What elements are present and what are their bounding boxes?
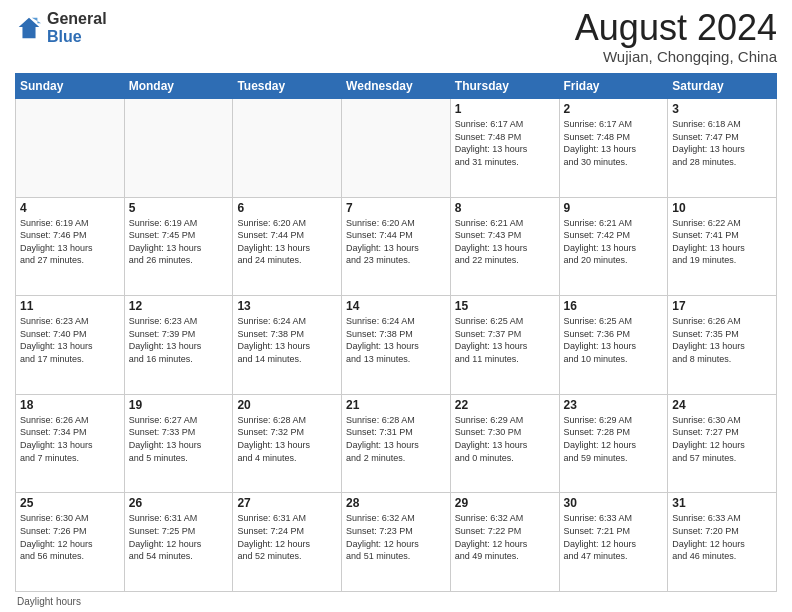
day-number: 31 (672, 496, 772, 510)
weekday-cell: Tuesday (233, 74, 342, 99)
calendar-cell: 2Sunrise: 6:17 AM Sunset: 7:48 PM Daylig… (559, 99, 668, 198)
day-info: Sunrise: 6:24 AM Sunset: 7:38 PM Dayligh… (346, 315, 446, 365)
day-number: 20 (237, 398, 337, 412)
day-info: Sunrise: 6:23 AM Sunset: 7:40 PM Dayligh… (20, 315, 120, 365)
daylight-label: Daylight hours (17, 596, 81, 607)
calendar-cell: 27Sunrise: 6:31 AM Sunset: 7:24 PM Dayli… (233, 493, 342, 592)
calendar-cell: 18Sunrise: 6:26 AM Sunset: 7:34 PM Dayli… (16, 394, 125, 493)
day-number: 13 (237, 299, 337, 313)
day-number: 27 (237, 496, 337, 510)
day-info: Sunrise: 6:17 AM Sunset: 7:48 PM Dayligh… (564, 118, 664, 168)
calendar-cell (16, 99, 125, 198)
calendar-cell: 11Sunrise: 6:23 AM Sunset: 7:40 PM Dayli… (16, 296, 125, 395)
header: General Blue August 2024 Wujian, Chongqi… (15, 10, 777, 65)
calendar-week-row: 11Sunrise: 6:23 AM Sunset: 7:40 PM Dayli… (16, 296, 777, 395)
logo: General Blue (15, 10, 107, 45)
day-info: Sunrise: 6:19 AM Sunset: 7:46 PM Dayligh… (20, 217, 120, 267)
day-info: Sunrise: 6:30 AM Sunset: 7:26 PM Dayligh… (20, 512, 120, 562)
weekday-cell: Thursday (450, 74, 559, 99)
day-number: 26 (129, 496, 229, 510)
calendar-cell: 16Sunrise: 6:25 AM Sunset: 7:36 PM Dayli… (559, 296, 668, 395)
day-number: 25 (20, 496, 120, 510)
day-number: 6 (237, 201, 337, 215)
calendar-cell: 25Sunrise: 6:30 AM Sunset: 7:26 PM Dayli… (16, 493, 125, 592)
day-number: 10 (672, 201, 772, 215)
calendar-cell: 26Sunrise: 6:31 AM Sunset: 7:25 PM Dayli… (124, 493, 233, 592)
day-number: 7 (346, 201, 446, 215)
calendar-week-row: 25Sunrise: 6:30 AM Sunset: 7:26 PM Dayli… (16, 493, 777, 592)
calendar-cell (342, 99, 451, 198)
calendar-cell: 13Sunrise: 6:24 AM Sunset: 7:38 PM Dayli… (233, 296, 342, 395)
day-info: Sunrise: 6:33 AM Sunset: 7:21 PM Dayligh… (564, 512, 664, 562)
day-number: 22 (455, 398, 555, 412)
logo-icon (15, 14, 43, 42)
location: Wujian, Chongqing, China (575, 48, 777, 65)
day-info: Sunrise: 6:18 AM Sunset: 7:47 PM Dayligh… (672, 118, 772, 168)
day-info: Sunrise: 6:20 AM Sunset: 7:44 PM Dayligh… (346, 217, 446, 267)
day-number: 23 (564, 398, 664, 412)
day-info: Sunrise: 6:29 AM Sunset: 7:30 PM Dayligh… (455, 414, 555, 464)
day-number: 8 (455, 201, 555, 215)
day-number: 9 (564, 201, 664, 215)
calendar-cell: 1Sunrise: 6:17 AM Sunset: 7:48 PM Daylig… (450, 99, 559, 198)
calendar-cell: 21Sunrise: 6:28 AM Sunset: 7:31 PM Dayli… (342, 394, 451, 493)
day-number: 28 (346, 496, 446, 510)
day-number: 11 (20, 299, 120, 313)
weekday-cell: Saturday (668, 74, 777, 99)
logo-text: General Blue (47, 10, 107, 45)
day-number: 19 (129, 398, 229, 412)
calendar-cell: 8Sunrise: 6:21 AM Sunset: 7:43 PM Daylig… (450, 197, 559, 296)
month-year: August 2024 (575, 10, 777, 46)
day-info: Sunrise: 6:25 AM Sunset: 7:37 PM Dayligh… (455, 315, 555, 365)
calendar-cell (233, 99, 342, 198)
day-info: Sunrise: 6:21 AM Sunset: 7:42 PM Dayligh… (564, 217, 664, 267)
day-number: 1 (455, 102, 555, 116)
day-number: 12 (129, 299, 229, 313)
day-info: Sunrise: 6:25 AM Sunset: 7:36 PM Dayligh… (564, 315, 664, 365)
calendar-week-row: 1Sunrise: 6:17 AM Sunset: 7:48 PM Daylig… (16, 99, 777, 198)
day-info: Sunrise: 6:19 AM Sunset: 7:45 PM Dayligh… (129, 217, 229, 267)
day-info: Sunrise: 6:30 AM Sunset: 7:27 PM Dayligh… (672, 414, 772, 464)
day-info: Sunrise: 6:20 AM Sunset: 7:44 PM Dayligh… (237, 217, 337, 267)
calendar-week-row: 18Sunrise: 6:26 AM Sunset: 7:34 PM Dayli… (16, 394, 777, 493)
day-info: Sunrise: 6:28 AM Sunset: 7:32 PM Dayligh… (237, 414, 337, 464)
logo-blue: Blue (47, 28, 107, 46)
title-block: August 2024 Wujian, Chongqing, China (575, 10, 777, 65)
weekday-cell: Wednesday (342, 74, 451, 99)
day-number: 30 (564, 496, 664, 510)
day-number: 29 (455, 496, 555, 510)
day-number: 5 (129, 201, 229, 215)
day-info: Sunrise: 6:31 AM Sunset: 7:25 PM Dayligh… (129, 512, 229, 562)
day-number: 14 (346, 299, 446, 313)
calendar-cell: 14Sunrise: 6:24 AM Sunset: 7:38 PM Dayli… (342, 296, 451, 395)
calendar-cell: 19Sunrise: 6:27 AM Sunset: 7:33 PM Dayli… (124, 394, 233, 493)
day-number: 3 (672, 102, 772, 116)
page: General Blue August 2024 Wujian, Chongqi… (0, 0, 792, 612)
day-number: 15 (455, 299, 555, 313)
calendar-body: 1Sunrise: 6:17 AM Sunset: 7:48 PM Daylig… (16, 99, 777, 592)
calendar-week-row: 4Sunrise: 6:19 AM Sunset: 7:46 PM Daylig… (16, 197, 777, 296)
calendar-table: SundayMondayTuesdayWednesdayThursdayFrid… (15, 73, 777, 592)
day-number: 18 (20, 398, 120, 412)
calendar-cell: 20Sunrise: 6:28 AM Sunset: 7:32 PM Dayli… (233, 394, 342, 493)
day-info: Sunrise: 6:23 AM Sunset: 7:39 PM Dayligh… (129, 315, 229, 365)
day-info: Sunrise: 6:33 AM Sunset: 7:20 PM Dayligh… (672, 512, 772, 562)
calendar-cell: 15Sunrise: 6:25 AM Sunset: 7:37 PM Dayli… (450, 296, 559, 395)
day-number: 17 (672, 299, 772, 313)
calendar-cell: 10Sunrise: 6:22 AM Sunset: 7:41 PM Dayli… (668, 197, 777, 296)
calendar-cell: 23Sunrise: 6:29 AM Sunset: 7:28 PM Dayli… (559, 394, 668, 493)
weekday-cell: Friday (559, 74, 668, 99)
day-info: Sunrise: 6:29 AM Sunset: 7:28 PM Dayligh… (564, 414, 664, 464)
day-number: 2 (564, 102, 664, 116)
day-info: Sunrise: 6:32 AM Sunset: 7:22 PM Dayligh… (455, 512, 555, 562)
footer: Daylight hours (15, 596, 777, 607)
weekday-cell: Monday (124, 74, 233, 99)
svg-marker-0 (19, 17, 40, 38)
day-info: Sunrise: 6:32 AM Sunset: 7:23 PM Dayligh… (346, 512, 446, 562)
calendar-cell: 30Sunrise: 6:33 AM Sunset: 7:21 PM Dayli… (559, 493, 668, 592)
calendar-cell (124, 99, 233, 198)
calendar-cell: 28Sunrise: 6:32 AM Sunset: 7:23 PM Dayli… (342, 493, 451, 592)
logo-general: General (47, 10, 107, 28)
calendar-cell: 31Sunrise: 6:33 AM Sunset: 7:20 PM Dayli… (668, 493, 777, 592)
calendar-cell: 24Sunrise: 6:30 AM Sunset: 7:27 PM Dayli… (668, 394, 777, 493)
